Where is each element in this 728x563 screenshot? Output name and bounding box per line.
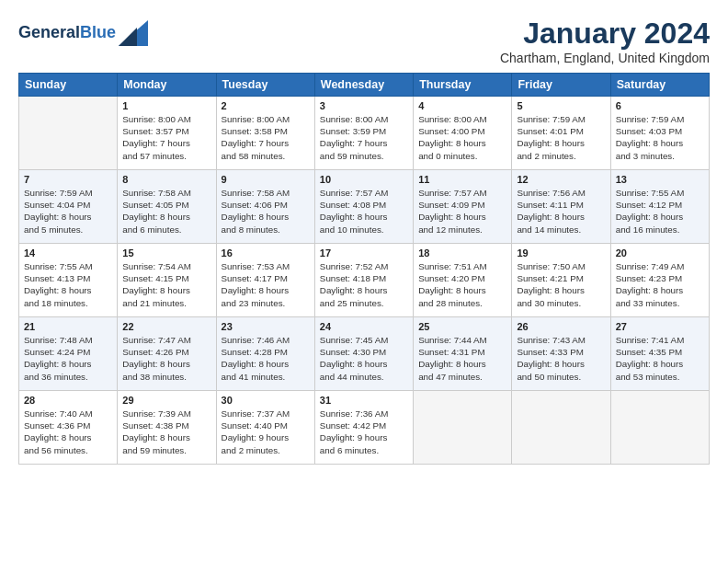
calendar-week-row: 28Sunrise: 7:40 AM Sunset: 4:36 PM Dayli… xyxy=(19,391,710,465)
cell-content: Sunrise: 7:36 AM Sunset: 4:42 PM Dayligh… xyxy=(320,408,408,456)
page: GeneralBlue January 2024 Chartham, Engla… xyxy=(0,0,728,563)
day-number: 23 xyxy=(222,321,310,332)
header-day-wednesday: Wednesday xyxy=(314,74,413,97)
cell-content: Sunrise: 7:57 AM Sunset: 4:08 PM Dayligh… xyxy=(320,187,408,236)
calendar-cell: 24Sunrise: 7:45 AM Sunset: 4:30 PM Dayli… xyxy=(314,317,413,391)
cell-content: Sunrise: 7:52 AM Sunset: 4:18 PM Dayligh… xyxy=(320,260,408,309)
day-number: 2 xyxy=(222,100,310,111)
calendar-cell: 27Sunrise: 7:41 AM Sunset: 4:35 PM Dayli… xyxy=(610,317,709,391)
day-number: 28 xyxy=(24,395,112,406)
day-number: 26 xyxy=(517,321,605,332)
day-number: 30 xyxy=(222,395,310,406)
calendar-cell: 11Sunrise: 7:57 AM Sunset: 4:09 PM Dayli… xyxy=(414,170,512,244)
day-number: 22 xyxy=(122,321,210,332)
day-number: 11 xyxy=(418,174,506,185)
calendar-cell: 8Sunrise: 7:58 AM Sunset: 4:05 PM Daylig… xyxy=(118,170,216,244)
calendar-cell: 9Sunrise: 7:58 AM Sunset: 4:06 PM Daylig… xyxy=(216,170,314,244)
calendar-cell: 30Sunrise: 7:37 AM Sunset: 4:40 PM Dayli… xyxy=(216,391,314,465)
calendar-cell: 13Sunrise: 7:55 AM Sunset: 4:12 PM Dayli… xyxy=(610,170,709,244)
logo-text: GeneralBlue xyxy=(18,24,116,42)
title-block: January 2024 Chartham, England, United K… xyxy=(500,17,710,65)
cell-content: Sunrise: 7:49 AM Sunset: 4:23 PM Dayligh… xyxy=(616,260,704,309)
day-number: 20 xyxy=(616,247,704,259)
day-number: 24 xyxy=(320,321,408,332)
day-number: 29 xyxy=(122,395,210,406)
calendar-cell: 10Sunrise: 7:57 AM Sunset: 4:08 PM Dayli… xyxy=(314,170,413,244)
day-number: 12 xyxy=(517,174,605,185)
header: GeneralBlue January 2024 Chartham, Engla… xyxy=(18,17,710,65)
cell-content: Sunrise: 7:59 AM Sunset: 4:04 PM Dayligh… xyxy=(24,187,112,236)
day-number: 6 xyxy=(616,100,704,111)
calendar-table: SundayMondayTuesdayWednesdayThursdayFrid… xyxy=(18,73,710,465)
cell-content: Sunrise: 7:58 AM Sunset: 4:06 PM Dayligh… xyxy=(222,187,310,236)
calendar-cell: 3Sunrise: 8:00 AM Sunset: 3:59 PM Daylig… xyxy=(314,97,413,170)
calendar-cell xyxy=(414,391,512,465)
calendar-week-row: 1Sunrise: 8:00 AM Sunset: 3:57 PM Daylig… xyxy=(19,97,710,170)
cell-content: Sunrise: 7:50 AM Sunset: 4:21 PM Dayligh… xyxy=(517,260,605,309)
day-number: 17 xyxy=(320,247,408,259)
cell-content: Sunrise: 7:45 AM Sunset: 4:30 PM Dayligh… xyxy=(320,334,408,383)
cell-content: Sunrise: 7:55 AM Sunset: 4:13 PM Dayligh… xyxy=(24,260,112,309)
calendar-cell: 21Sunrise: 7:48 AM Sunset: 4:24 PM Dayli… xyxy=(19,317,118,391)
cell-content: Sunrise: 7:41 AM Sunset: 4:35 PM Dayligh… xyxy=(616,334,704,383)
calendar-cell: 29Sunrise: 7:39 AM Sunset: 4:38 PM Dayli… xyxy=(118,391,216,465)
day-number: 25 xyxy=(418,321,506,332)
calendar-cell: 5Sunrise: 7:59 AM Sunset: 4:01 PM Daylig… xyxy=(512,97,610,170)
calendar-cell: 16Sunrise: 7:53 AM Sunset: 4:17 PM Dayli… xyxy=(216,244,314,317)
day-number: 21 xyxy=(24,321,112,332)
calendar-cell: 18Sunrise: 7:51 AM Sunset: 4:20 PM Dayli… xyxy=(414,244,512,317)
logo-icon xyxy=(119,20,148,46)
cell-content: Sunrise: 8:00 AM Sunset: 3:57 PM Dayligh… xyxy=(122,113,210,162)
cell-content: Sunrise: 7:59 AM Sunset: 4:01 PM Dayligh… xyxy=(517,113,605,162)
header-day-friday: Friday xyxy=(512,74,610,97)
month-title: January 2024 xyxy=(500,17,710,51)
calendar-cell: 22Sunrise: 7:47 AM Sunset: 4:26 PM Dayli… xyxy=(118,317,216,391)
calendar-cell: 6Sunrise: 7:59 AM Sunset: 4:03 PM Daylig… xyxy=(610,97,709,170)
svg-marker-1 xyxy=(119,28,137,46)
calendar-cell: 14Sunrise: 7:55 AM Sunset: 4:13 PM Dayli… xyxy=(19,244,118,317)
day-number: 7 xyxy=(24,174,112,185)
calendar-cell: 28Sunrise: 7:40 AM Sunset: 4:36 PM Dayli… xyxy=(19,391,118,465)
day-number: 18 xyxy=(418,247,506,259)
calendar-week-row: 7Sunrise: 7:59 AM Sunset: 4:04 PM Daylig… xyxy=(19,170,710,244)
day-number: 4 xyxy=(418,100,506,111)
cell-content: Sunrise: 7:57 AM Sunset: 4:09 PM Dayligh… xyxy=(418,187,506,236)
header-day-sunday: Sunday xyxy=(19,74,118,97)
cell-content: Sunrise: 7:55 AM Sunset: 4:12 PM Dayligh… xyxy=(616,187,704,236)
cell-content: Sunrise: 7:53 AM Sunset: 4:17 PM Dayligh… xyxy=(222,260,310,309)
cell-content: Sunrise: 7:46 AM Sunset: 4:28 PM Dayligh… xyxy=(222,334,310,383)
cell-content: Sunrise: 8:00 AM Sunset: 3:59 PM Dayligh… xyxy=(320,113,408,162)
day-number: 27 xyxy=(616,321,704,332)
day-number: 10 xyxy=(320,174,408,185)
day-number: 14 xyxy=(24,247,112,259)
cell-content: Sunrise: 7:40 AM Sunset: 4:36 PM Dayligh… xyxy=(24,408,112,456)
cell-content: Sunrise: 7:48 AM Sunset: 4:24 PM Dayligh… xyxy=(24,334,112,383)
calendar-cell: 4Sunrise: 8:00 AM Sunset: 4:00 PM Daylig… xyxy=(414,97,512,170)
day-number: 1 xyxy=(122,100,210,111)
calendar-cell: 1Sunrise: 8:00 AM Sunset: 3:57 PM Daylig… xyxy=(118,97,216,170)
cell-content: Sunrise: 7:47 AM Sunset: 4:26 PM Dayligh… xyxy=(122,334,210,383)
day-number: 31 xyxy=(320,395,408,406)
cell-content: Sunrise: 7:43 AM Sunset: 4:33 PM Dayligh… xyxy=(517,334,605,383)
calendar-week-row: 21Sunrise: 7:48 AM Sunset: 4:24 PM Dayli… xyxy=(19,317,710,391)
calendar-cell: 26Sunrise: 7:43 AM Sunset: 4:33 PM Dayli… xyxy=(512,317,610,391)
day-number: 16 xyxy=(222,247,310,259)
logo: GeneralBlue xyxy=(18,20,148,46)
calendar-cell: 25Sunrise: 7:44 AM Sunset: 4:31 PM Dayli… xyxy=(414,317,512,391)
header-day-tuesday: Tuesday xyxy=(216,74,314,97)
calendar-week-row: 14Sunrise: 7:55 AM Sunset: 4:13 PM Dayli… xyxy=(19,244,710,317)
day-number: 9 xyxy=(222,174,310,185)
cell-content: Sunrise: 7:37 AM Sunset: 4:40 PM Dayligh… xyxy=(222,408,310,456)
cell-content: Sunrise: 8:00 AM Sunset: 3:58 PM Dayligh… xyxy=(222,113,310,162)
day-number: 15 xyxy=(122,247,210,259)
calendar-cell: 23Sunrise: 7:46 AM Sunset: 4:28 PM Dayli… xyxy=(216,317,314,391)
calendar-cell: 31Sunrise: 7:36 AM Sunset: 4:42 PM Dayli… xyxy=(314,391,413,465)
cell-content: Sunrise: 7:54 AM Sunset: 4:15 PM Dayligh… xyxy=(122,260,210,309)
calendar-cell xyxy=(610,391,709,465)
calendar-cell: 17Sunrise: 7:52 AM Sunset: 4:18 PM Dayli… xyxy=(314,244,413,317)
calendar-cell: 7Sunrise: 7:59 AM Sunset: 4:04 PM Daylig… xyxy=(19,170,118,244)
cell-content: Sunrise: 7:56 AM Sunset: 4:11 PM Dayligh… xyxy=(517,187,605,236)
cell-content: Sunrise: 8:00 AM Sunset: 4:00 PM Dayligh… xyxy=(418,113,506,162)
day-number: 13 xyxy=(616,174,704,185)
header-day-thursday: Thursday xyxy=(414,74,512,97)
